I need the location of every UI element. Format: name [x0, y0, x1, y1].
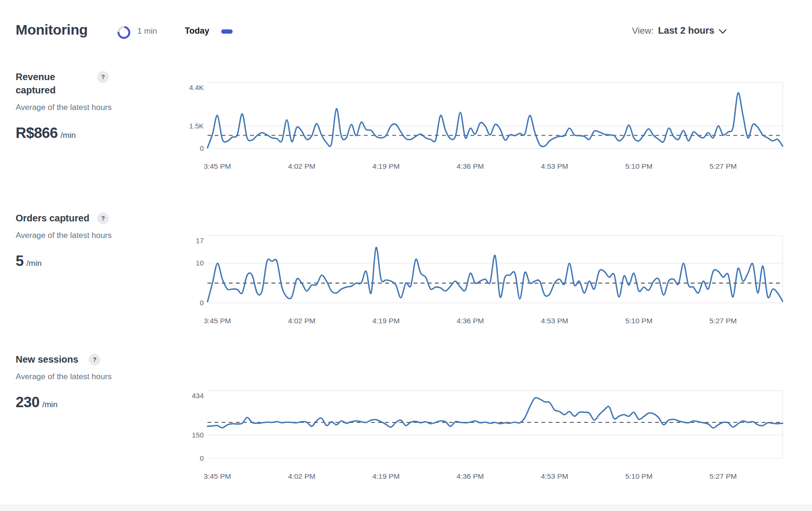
metric-revenue-captured: Revenue captured ? Average of the latest… [16, 70, 162, 142]
x-tick-label: 4:36 PM [457, 317, 484, 325]
tab-today[interactable]: Today [185, 26, 209, 36]
monitoring-page: Monitoring 1 min Today View: Last 2 hour… [0, 0, 812, 511]
x-tick-label: 4:53 PM [541, 162, 568, 170]
y-tick-label: 17 [196, 237, 204, 245]
page-bottom-edge [0, 504, 812, 511]
page-title: Monitoring [16, 22, 88, 38]
metric-value: 230 [16, 394, 39, 411]
revenue-captured-chart: 01.5K4.4K3:45 PM4:02 PM4:19 PM4:36 PM4:5… [169, 73, 794, 180]
page-header: Monitoring 1 min Today View: Last 2 hour… [0, 0, 812, 47]
x-tick-label: 5:27 PM [710, 317, 737, 325]
x-tick-label: 5:10 PM [625, 472, 653, 480]
metric-title: New sessions [16, 353, 78, 366]
x-tick-label: 3:45 PM [204, 472, 231, 480]
orders-captured-chart: 010173:45 PM4:02 PM4:19 PM4:36 PM4:53 PM… [169, 226, 794, 334]
y-tick-label: 0 [200, 299, 204, 307]
metric-orders-captured: Orders captured ? Average of the latest … [16, 211, 162, 270]
x-tick-label: 5:10 PM [625, 162, 653, 170]
x-tick-label: 4:19 PM [372, 472, 400, 480]
x-tick-label: 4:19 PM [372, 162, 400, 170]
metric-title: Revenue captured [16, 70, 97, 97]
metric-title: Orders captured [16, 211, 97, 225]
x-tick-label: 4:19 PM [372, 317, 400, 325]
metric-new-sessions: New sessions ? Average of the latest hou… [16, 353, 162, 411]
x-tick-label: 5:10 PM [625, 317, 653, 325]
x-tick-label: 5:27 PM [710, 472, 737, 480]
y-tick-label: 0 [200, 454, 204, 462]
help-icon[interactable]: ? [97, 71, 109, 83]
series-line [208, 93, 783, 148]
metric-unit: /min [27, 259, 42, 268]
x-tick-label: 4:02 PM [288, 472, 316, 480]
x-tick-label: 4:53 PM [541, 472, 568, 480]
chevron-down-icon [719, 29, 727, 34]
x-tick-label: 4:36 PM [457, 162, 484, 170]
view-selected-value: Last 2 hours [658, 25, 714, 36]
y-tick-label: 10 [196, 259, 204, 267]
series-line [208, 247, 783, 302]
metric-subtitle: Average of the latest hours [16, 100, 115, 114]
series-line [208, 398, 783, 428]
help-icon[interactable]: ? [97, 212, 109, 224]
y-tick-label: 150 [192, 431, 204, 439]
metric-value: R$866 [16, 125, 58, 142]
x-tick-label: 4:36 PM [457, 472, 484, 480]
y-tick-label: 1.5K [189, 122, 204, 130]
new-sessions-chart: 01504343:45 PM4:02 PM4:19 PM4:36 PM4:53 … [169, 381, 794, 490]
today-active-indicator [221, 29, 233, 34]
y-tick-label: 4.4K [189, 83, 204, 91]
x-tick-label: 4:02 PM [288, 317, 316, 325]
metric-value: 5 [16, 253, 24, 270]
refresh-spinner-icon [115, 23, 133, 41]
metric-unit: /min [61, 131, 76, 140]
x-tick-label: 3:45 PM [204, 317, 231, 325]
metric-subtitle: Average of the latest hours [16, 228, 115, 242]
x-tick-label: 4:02 PM [288, 162, 316, 170]
y-tick-label: 0 [200, 144, 204, 152]
metric-unit: /min [42, 400, 57, 410]
x-tick-label: 4:53 PM [541, 317, 568, 325]
metric-subtitle: Average of the latest hours [16, 370, 115, 383]
refresh-interval-label: 1 min [137, 27, 157, 36]
x-tick-label: 5:27 PM [710, 162, 737, 170]
y-tick-label: 434 [192, 392, 204, 400]
view-range-dropdown[interactable]: View: Last 2 hours [632, 25, 727, 36]
x-tick-label: 3:45 PM [204, 162, 231, 170]
help-icon[interactable]: ? [89, 354, 100, 365]
view-label: View: [632, 26, 654, 36]
